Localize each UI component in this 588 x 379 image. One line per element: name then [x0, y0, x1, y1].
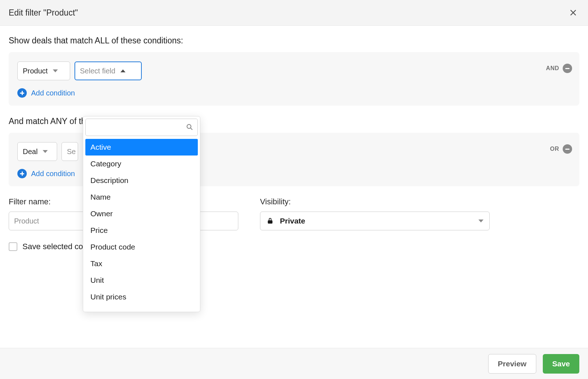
add-condition-any-label: Add condition — [31, 170, 75, 178]
add-condition-all[interactable]: Add condition — [17, 88, 571, 98]
chevron-down-icon — [43, 150, 48, 153]
field-dropdown-item[interactable]: Tax — [85, 255, 198, 272]
field-dropdown-item[interactable]: Price — [85, 222, 198, 239]
save-button[interactable]: Save — [543, 354, 579, 374]
plus-icon — [17, 88, 27, 98]
search-icon — [186, 123, 193, 133]
field-dropdown-item[interactable]: Unit prices — [85, 289, 198, 305]
field-dropdown-item[interactable]: Unit — [85, 272, 198, 289]
entity-select-all[interactable]: Product — [17, 61, 70, 80]
field-dropdown-item[interactable]: Product code — [85, 239, 198, 255]
plus-icon — [17, 169, 27, 178]
visibility-value: Private — [280, 217, 305, 225]
add-condition-all-label: Add condition — [31, 89, 75, 97]
field-dropdown-item[interactable]: Name — [85, 189, 198, 205]
field-dropdown: ActiveCategoryDescriptionNameOwnerPriceP… — [83, 116, 200, 312]
chevron-down-icon — [53, 69, 58, 72]
field-select-all-placeholder: Select field — [80, 67, 115, 75]
logic-or: OR — [550, 146, 559, 152]
visibility-select[interactable]: Private — [260, 212, 490, 230]
all-conditions-box: Product Select field AND Add condition — [9, 52, 579, 106]
chevron-down-icon — [478, 220, 483, 222]
field-select-all[interactable]: Select field — [74, 61, 142, 80]
save-columns-checkbox[interactable] — [9, 242, 17, 251]
chevron-up-icon — [120, 69, 125, 72]
field-dropdown-item[interactable]: Category — [85, 156, 198, 172]
field-dropdown-item[interactable]: Active — [85, 139, 198, 156]
entity-select-all-value: Product — [23, 67, 48, 75]
close-button[interactable] — [567, 7, 579, 19]
preview-button[interactable]: Preview — [488, 354, 536, 374]
page-title: Edit filter "Product" — [9, 8, 78, 18]
all-conditions-heading: Show deals that match ALL of these condi… — [9, 36, 579, 46]
svg-line-3 — [191, 128, 192, 130]
field-dropdown-item[interactable]: Description — [85, 172, 198, 189]
entity-select-any-value: Deal — [23, 148, 38, 156]
entity-select-any[interactable]: Deal — [17, 142, 57, 161]
close-icon — [569, 9, 577, 17]
field-dropdown-item[interactable]: Owner — [85, 205, 198, 222]
logic-and: AND — [546, 65, 559, 72]
field-dropdown-search-input[interactable] — [85, 119, 198, 136]
field-select-any[interactable]: Se — [61, 142, 78, 161]
remove-condition-all[interactable] — [563, 64, 572, 73]
remove-condition-any[interactable] — [563, 144, 572, 154]
visibility-label: Visibility: — [260, 197, 490, 206]
lock-icon — [266, 217, 274, 225]
field-select-any-partial: Se — [67, 148, 76, 156]
